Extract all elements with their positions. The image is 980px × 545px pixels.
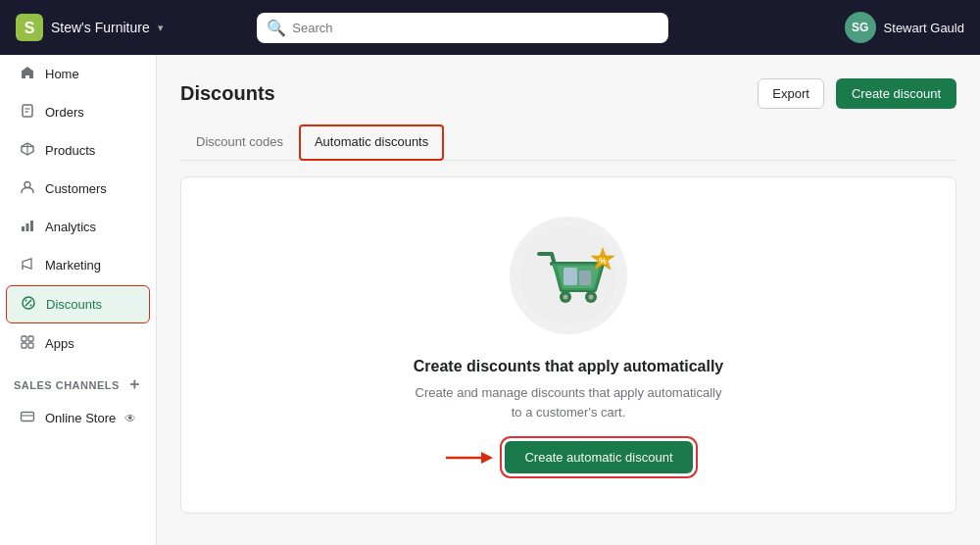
online-store-eye-icon: 👁: [124, 412, 136, 425]
tab-automatic-discounts[interactable]: Automatic discounts: [299, 124, 444, 161]
sidebar-item-orders[interactable]: Orders: [6, 94, 150, 130]
tab-discount-codes[interactable]: Discount codes: [180, 124, 299, 161]
sidebar-item-home-label: Home: [45, 67, 79, 81]
sidebar-item-marketing[interactable]: Marketing: [6, 247, 150, 283]
empty-state-card: % Create discounts that apply automatica…: [180, 176, 956, 514]
main-content: Discounts Export Create discount Discoun…: [157, 55, 980, 545]
sidebar-item-online-store[interactable]: Online Store 👁: [6, 400, 150, 436]
topbar: S Stew's Furniture ▾ 🔍 SG Stewart Gauld: [0, 0, 980, 55]
svg-text:%: %: [599, 256, 607, 266]
sidebar-item-analytics-label: Analytics: [45, 220, 96, 234]
search-icon: 🔍: [267, 19, 286, 37]
sidebar-item-orders-label: Orders: [45, 105, 84, 120]
sidebar-item-customers-label: Customers: [45, 181, 107, 196]
online-store-label: Online Store: [45, 411, 116, 425]
svg-rect-29: [579, 271, 591, 285]
sidebar-item-apps[interactable]: Apps: [6, 325, 150, 362]
marketing-icon: [20, 256, 35, 274]
cta-row: Create automatic discount: [444, 441, 692, 473]
add-sales-channel-icon[interactable]: ＋: [126, 374, 143, 395]
svg-point-27: [589, 295, 594, 300]
page-header: Discounts Export Create discount: [180, 78, 956, 109]
svg-rect-21: [22, 413, 34, 421]
orders-icon: [20, 103, 35, 122]
svg-marker-33: [481, 452, 493, 464]
products-icon: [20, 141, 35, 160]
discounts-icon: [21, 295, 36, 314]
svg-rect-28: [564, 268, 577, 285]
create-automatic-discount-button[interactable]: Create automatic discount: [505, 441, 692, 473]
svg-rect-10: [26, 223, 29, 231]
svg-rect-17: [22, 336, 26, 341]
search-input[interactable]: [257, 13, 668, 43]
svg-rect-11: [30, 221, 33, 231]
sidebar-item-discounts-label: Discounts: [46, 297, 102, 312]
svg-text:S: S: [24, 20, 35, 36]
empty-state-description: Create and manage discounts that apply a…: [412, 383, 725, 421]
sidebar-item-analytics[interactable]: Analytics: [6, 209, 150, 245]
cart-discount-illustration: %: [514, 222, 622, 329]
svg-point-8: [24, 182, 30, 188]
analytics-icon: [20, 218, 35, 236]
svg-point-16: [30, 305, 32, 307]
avatar: SG: [845, 12, 876, 43]
apps-icon: [20, 334, 35, 353]
empty-state-title: Create discounts that apply automaticall…: [414, 358, 724, 375]
online-store-icon: [20, 409, 35, 427]
topbar-right: SG Stewart Gauld: [845, 12, 964, 43]
sidebar-item-customers[interactable]: Customers: [6, 171, 150, 207]
sidebar-item-marketing-label: Marketing: [45, 258, 101, 272]
brand-logo[interactable]: S Stew's Furniture ▾: [16, 14, 164, 41]
layout: Home Orders Products Customers Analytics: [0, 55, 980, 545]
sidebar-item-home[interactable]: Home: [6, 56, 150, 92]
svg-rect-2: [23, 105, 32, 117]
learn-more-footer: ℹ️ Learn more about automatic discounts …: [180, 533, 956, 545]
annotation-arrow: [444, 446, 493, 470]
export-button[interactable]: Export: [758, 78, 824, 109]
sidebar-item-discounts[interactable]: Discounts: [6, 285, 150, 323]
home-icon: [20, 65, 35, 83]
username: Stewart Gauld: [884, 21, 964, 35]
svg-point-25: [564, 295, 568, 300]
brand-name: Stew's Furniture: [51, 20, 150, 35]
empty-illustration: %: [510, 217, 627, 334]
brand-chevron-icon: ▾: [158, 22, 164, 34]
svg-rect-18: [28, 336, 33, 341]
header-actions: Export Create discount: [758, 78, 956, 109]
tabs: Discount codes Automatic discounts: [180, 124, 956, 161]
customers-icon: [20, 179, 35, 198]
svg-rect-9: [22, 226, 24, 231]
svg-rect-20: [28, 343, 33, 348]
svg-point-15: [25, 300, 27, 302]
sidebar-item-products-label: Products: [45, 143, 95, 158]
sidebar: Home Orders Products Customers Analytics: [0, 55, 157, 545]
create-discount-button[interactable]: Create discount: [836, 78, 956, 109]
page-title: Discounts: [180, 82, 275, 105]
svg-rect-19: [22, 343, 26, 348]
sidebar-item-apps-label: Apps: [45, 336, 74, 351]
search-bar[interactable]: 🔍: [257, 13, 668, 43]
sales-channels-label: SALES CHANNELS ＋: [0, 363, 156, 399]
sidebar-item-products[interactable]: Products: [6, 132, 150, 169]
